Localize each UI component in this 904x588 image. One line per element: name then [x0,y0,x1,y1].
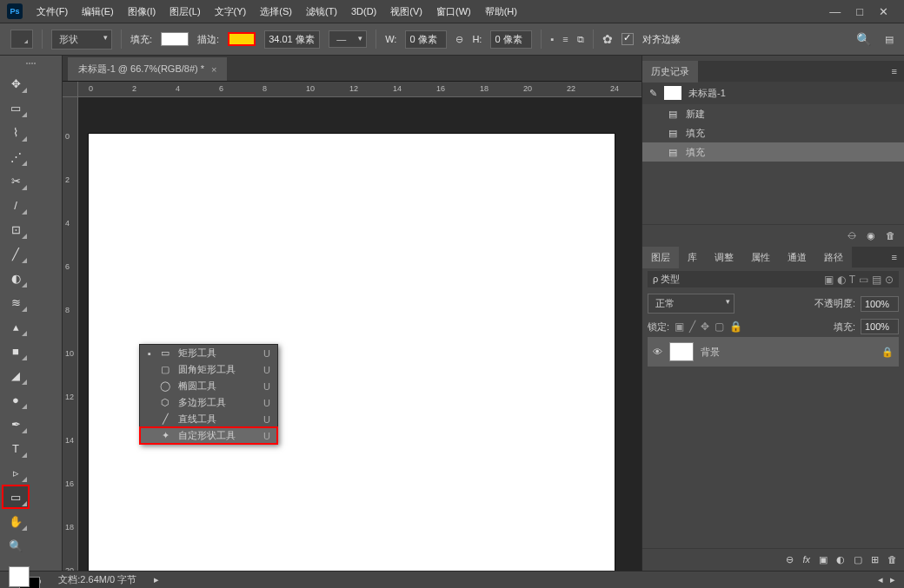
align-edges-checkbox[interactable] [622,33,634,45]
layer-name[interactable]: 背景 [701,346,720,359]
layer-thumbnail[interactable] [669,342,694,361]
panel-tab[interactable]: 库 [679,247,706,268]
close-button[interactable]: ✕ [879,5,888,18]
delete-layer-icon[interactable]: 🗑 [887,554,897,565]
flyout-item[interactable]: ◯椭圆工具U [140,378,277,394]
visibility-icon[interactable]: 👁 [653,347,662,357]
healing-tool[interactable]: ◐ [3,268,28,288]
path-op-icon[interactable]: ▪ [550,34,554,44]
trash-icon[interactable]: 🗑 [886,230,895,241]
adjustment-icon[interactable]: ◐ [836,554,845,565]
filter-toggle-icon[interactable]: ⊙ [885,274,894,286]
filter-adj-icon[interactable]: ◐ [837,274,846,286]
ruler-vertical[interactable]: 024681012141618202224 [63,97,78,571]
doc-info-dropdown-icon[interactable]: ▸ [154,574,159,585]
group-icon[interactable]: ▢ [854,554,862,565]
shape-tool[interactable]: ▭ [3,486,28,507]
lock-pixels-icon[interactable]: ▣ [675,320,684,333]
doc-size[interactable]: 文档:2.64M/0 字节 [58,573,136,586]
brush-tool[interactable]: ╱ [3,243,28,264]
toolbar-menu-icon[interactable]: ▤ [885,34,894,45]
arrange-icon[interactable]: ⧉ [577,34,584,45]
foreground-color[interactable] [9,566,30,587]
marquee-tool[interactable]: ▭ [3,97,28,118]
panel-menu-icon[interactable]: ≡ [885,66,904,76]
filter-type-icon[interactable]: T [849,274,855,286]
eraser-tool[interactable]: ◢ [3,365,28,386]
menu-y[interactable]: 文字(Y) [208,1,254,22]
mode-dropdown[interactable]: 形状 [51,30,112,50]
scroll-right-icon[interactable]: ▸ [890,574,895,585]
lasso-tool[interactable]: ⌇ [3,122,28,142]
color-swatches[interactable] [9,566,40,588]
search-icon[interactable]: 🔍 [856,32,876,46]
frame-tool[interactable]: ⊡ [3,219,28,240]
flyout-item[interactable]: ▪▭矩形工具U [140,345,277,361]
stamp-tool[interactable]: ▴ [3,316,28,337]
pen-tool[interactable]: ✒ [3,413,28,434]
flyout-item[interactable]: ✦自定形状工具U [140,427,277,444]
height-input[interactable]: 0 像素 [490,30,532,49]
menu-e[interactable]: 编辑(E) [75,1,121,22]
filter-shape-icon[interactable]: ▭ [859,274,868,286]
history-brush-tool[interactable]: ≋ [3,292,28,313]
panel-tab[interactable]: 通道 [779,247,815,268]
path-select-tool[interactable]: ▹ [3,462,28,483]
history-doc-row[interactable]: ✎ 未标题-1 [642,82,904,104]
gradient-tool[interactable]: ■ [3,340,28,361]
filter-img-icon[interactable]: ▣ [824,274,834,286]
flyout-item[interactable]: ╱直线工具U [140,411,277,427]
blur-tool[interactable]: ● [3,389,28,410]
stroke-swatch[interactable] [228,32,256,46]
tab-close-icon[interactable]: × [211,64,216,75]
lock-artboard-icon[interactable]: ▢ [715,320,724,333]
scroll-left-icon[interactable]: ◂ [878,574,883,585]
quick-select-tool[interactable]: ⋰ [3,146,28,167]
new-layer-icon[interactable]: ⊞ [871,554,879,565]
history-item[interactable]: ▤新建 [642,104,904,123]
fill-swatch[interactable] [161,32,189,46]
crop-tool[interactable]: ✂ [3,170,28,191]
fill-input[interactable]: 100% [861,319,899,334]
align-icon[interactable]: ≡ [562,34,568,44]
panel-tab[interactable]: 属性 [742,247,779,268]
ruler-horizontal[interactable]: 024681012141618202224 [78,82,641,97]
gear-icon[interactable]: ✿ [602,32,613,46]
menu-f[interactable]: 文件(F) [30,1,75,22]
panel-tab[interactable]: 路径 [815,247,852,268]
link-icon[interactable]: ⊖ [455,34,463,45]
menu-i[interactable]: 图像(I) [121,1,163,22]
menu-h[interactable]: 帮助(H) [478,1,524,22]
lock-paint-icon[interactable]: ╱ [689,320,695,333]
minimize-button[interactable]: — [829,5,841,18]
document-tab[interactable]: 未标题-1 @ 66.7%(RGB/8#) * × [68,57,227,81]
panel-menu-icon[interactable]: ≡ [885,252,904,262]
flyout-item[interactable]: ⬡多边形工具U [140,394,277,411]
layer-row[interactable]: 👁 背景 🔒 [648,337,899,367]
filter-smart-icon[interactable]: ▤ [872,274,881,286]
panel-tab[interactable]: 调整 [706,247,742,268]
zoom-tool[interactable]: 🔍 [3,535,28,556]
toolbox-grip[interactable] [0,63,62,68]
stroke-width-input[interactable]: 34.01 像素 [264,30,320,49]
type-tool[interactable]: T [3,438,28,459]
eyedropper-tool[interactable]: / [3,195,28,215]
maximize-button[interactable]: □ [856,5,863,18]
hand-tool[interactable]: ✋ [3,511,28,532]
current-tool-icon[interactable] [10,30,33,49]
blend-mode-dropdown[interactable]: 正常 [648,294,734,314]
history-tab[interactable]: 历史记录 [642,61,698,83]
menu-v[interactable]: 视图(V) [383,1,429,22]
opacity-input[interactable]: 100% [861,296,899,312]
menu-w[interactable]: 窗口(W) [429,1,478,22]
lock-position-icon[interactable]: ✥ [701,320,709,333]
history-item[interactable]: ▤填充 [642,123,904,142]
filter-kind-dropdown[interactable]: ρ 类型 [653,273,680,286]
stroke-style-dropdown[interactable]: — [329,30,367,48]
menu-l[interactable]: 图层(L) [163,1,207,22]
camera-icon[interactable]: ◉ [867,230,875,241]
panel-tab[interactable]: 图层 [642,247,679,268]
move-tool[interactable]: ✥ [3,73,28,94]
history-item[interactable]: ▤填充 [642,142,904,162]
lock-all-icon[interactable]: 🔒 [729,320,742,333]
